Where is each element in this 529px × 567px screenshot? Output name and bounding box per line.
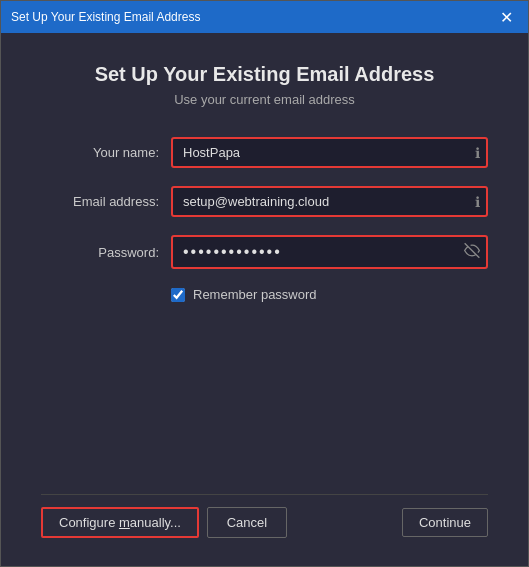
remember-password-checkbox[interactable] bbox=[171, 288, 185, 302]
password-input-wrapper bbox=[171, 235, 488, 269]
dialog-body: Set Up Your Existing Email Address Use y… bbox=[1, 33, 528, 566]
form-section: Your name: ℹ Email address: ℹ Password: bbox=[41, 137, 488, 322]
name-row: Your name: ℹ bbox=[41, 137, 488, 168]
email-row: Email address: ℹ bbox=[41, 186, 488, 217]
close-button[interactable]: ✕ bbox=[494, 5, 518, 29]
title-bar: Set Up Your Existing Email Address ✕ bbox=[1, 1, 528, 33]
cancel-button[interactable]: Cancel bbox=[207, 507, 287, 538]
remember-password-row: Remember password bbox=[171, 287, 488, 302]
remember-password-label[interactable]: Remember password bbox=[193, 287, 317, 302]
title-bar-text: Set Up Your Existing Email Address bbox=[11, 10, 200, 24]
email-input-wrapper: ℹ bbox=[171, 186, 488, 217]
name-input-wrapper: ℹ bbox=[171, 137, 488, 168]
dialog-header: Set Up Your Existing Email Address Use y… bbox=[41, 63, 488, 107]
name-label: Your name: bbox=[41, 145, 171, 160]
left-buttons: Configure manually... Cancel bbox=[41, 507, 287, 538]
dialog-subtitle: Use your current email address bbox=[41, 92, 488, 107]
password-label: Password: bbox=[41, 245, 171, 260]
name-info-icon[interactable]: ℹ bbox=[475, 145, 480, 161]
password-input[interactable] bbox=[171, 235, 488, 269]
password-visibility-icon[interactable] bbox=[464, 243, 480, 262]
password-row: Password: bbox=[41, 235, 488, 269]
email-input[interactable] bbox=[171, 186, 488, 217]
dialog-title: Set Up Your Existing Email Address bbox=[41, 63, 488, 86]
button-row: Configure manually... Cancel Continue bbox=[41, 494, 488, 546]
dialog-container: Set Up Your Existing Email Address ✕ Set… bbox=[0, 0, 529, 567]
configure-manually-button[interactable]: Configure manually... bbox=[41, 507, 199, 538]
name-input[interactable] bbox=[171, 137, 488, 168]
email-info-icon[interactable]: ℹ bbox=[475, 194, 480, 210]
continue-button[interactable]: Continue bbox=[402, 508, 488, 537]
email-label: Email address: bbox=[41, 194, 171, 209]
